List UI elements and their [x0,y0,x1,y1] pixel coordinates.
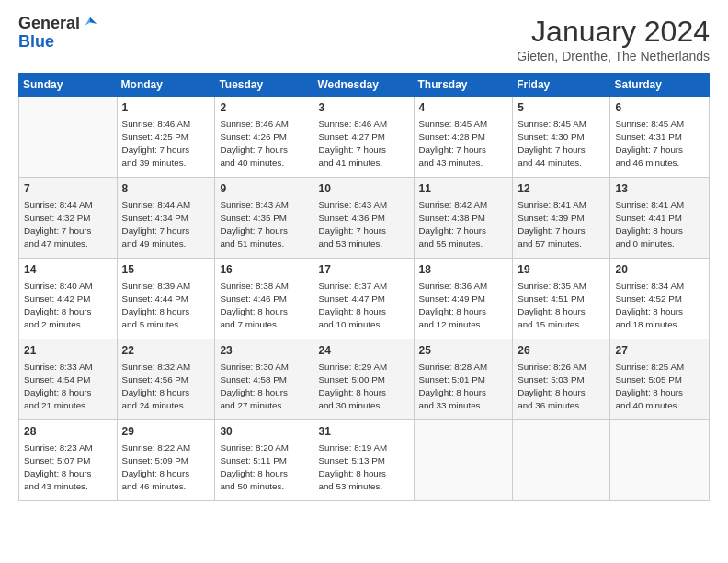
day-cell: 25Sunrise: 8:28 AMSunset: 5:01 PMDayligh… [414,339,513,420]
day-number: 6 [615,100,704,116]
day-cell: 1Sunrise: 8:46 AMSunset: 4:25 PMDaylight… [117,97,215,178]
day-info: Sunrise: 8:25 AMSunset: 5:05 PMDaylight:… [615,361,704,413]
day-cell [610,420,710,501]
day-number: 30 [220,424,308,440]
day-cell: 2Sunrise: 8:46 AMSunset: 4:26 PMDaylight… [215,97,313,178]
day-cell [414,420,513,501]
day-cell: 12Sunrise: 8:41 AMSunset: 4:39 PMDayligh… [513,178,610,259]
day-number: 4 [419,100,508,116]
day-number: 23 [220,343,308,359]
title-block: January 2024 Gieten, Drenthe, The Nether… [517,15,710,63]
day-info: Sunrise: 8:46 AMSunset: 4:27 PMDaylight:… [318,118,408,170]
day-cell: 27Sunrise: 8:25 AMSunset: 5:05 PMDayligh… [610,339,710,420]
day-number: 13 [615,181,704,197]
day-info: Sunrise: 8:23 AMSunset: 5:07 PMDaylight:… [24,442,112,494]
day-number: 18 [419,262,508,278]
day-number: 11 [419,181,508,197]
week-row-5: 28Sunrise: 8:23 AMSunset: 5:07 PMDayligh… [19,420,710,501]
day-cell: 28Sunrise: 8:23 AMSunset: 5:07 PMDayligh… [19,420,118,501]
day-info: Sunrise: 8:39 AMSunset: 4:44 PMDaylight:… [122,280,210,332]
day-cell: 26Sunrise: 8:26 AMSunset: 5:03 PMDayligh… [513,339,610,420]
day-info: Sunrise: 8:46 AMSunset: 4:25 PMDaylight:… [122,118,210,170]
day-cell: 15Sunrise: 8:39 AMSunset: 4:44 PMDayligh… [117,259,215,339]
day-cell: 29Sunrise: 8:22 AMSunset: 5:09 PMDayligh… [117,420,215,501]
day-info: Sunrise: 8:22 AMSunset: 5:09 PMDaylight:… [122,442,210,494]
day-cell [513,420,610,501]
calendar: SundayMondayTuesdayWednesdayThursdayFrid… [18,73,710,501]
day-number: 31 [318,424,408,440]
day-cell: 21Sunrise: 8:33 AMSunset: 4:54 PMDayligh… [19,339,118,420]
day-number: 17 [318,262,408,278]
day-cell [19,97,118,178]
day-cell: 14Sunrise: 8:40 AMSunset: 4:42 PMDayligh… [19,259,118,339]
day-cell: 24Sunrise: 8:29 AMSunset: 5:00 PMDayligh… [313,339,414,420]
day-info: Sunrise: 8:42 AMSunset: 4:38 PMDaylight:… [419,199,508,251]
day-info: Sunrise: 8:41 AMSunset: 4:39 PMDaylight:… [518,199,605,251]
day-cell: 30Sunrise: 8:20 AMSunset: 5:11 PMDayligh… [215,420,313,501]
logo-general: General [18,15,80,33]
day-info: Sunrise: 8:35 AMSunset: 4:51 PMDaylight:… [518,280,605,332]
day-info: Sunrise: 8:46 AMSunset: 4:26 PMDaylight:… [220,118,308,170]
day-number: 7 [24,181,112,197]
day-info: Sunrise: 8:38 AMSunset: 4:46 PMDaylight:… [220,280,308,332]
day-cell: 11Sunrise: 8:42 AMSunset: 4:38 PMDayligh… [414,178,513,259]
day-cell: 13Sunrise: 8:41 AMSunset: 4:41 PMDayligh… [610,178,710,259]
day-info: Sunrise: 8:44 AMSunset: 4:32 PMDaylight:… [24,199,112,251]
day-info: Sunrise: 8:45 AMSunset: 4:31 PMDaylight:… [615,118,704,170]
day-cell: 23Sunrise: 8:30 AMSunset: 4:58 PMDayligh… [215,339,313,420]
day-number: 24 [318,343,408,359]
day-header-wednesday: Wednesday [313,74,414,97]
day-number: 22 [122,343,210,359]
day-cell: 31Sunrise: 8:19 AMSunset: 5:13 PMDayligh… [313,420,414,501]
day-number: 29 [122,424,210,440]
week-row-3: 14Sunrise: 8:40 AMSunset: 4:42 PMDayligh… [19,259,710,339]
day-cell: 9Sunrise: 8:43 AMSunset: 4:35 PMDaylight… [215,178,313,259]
day-cell: 3Sunrise: 8:46 AMSunset: 4:27 PMDaylight… [313,97,414,178]
day-info: Sunrise: 8:43 AMSunset: 4:35 PMDaylight:… [220,199,308,251]
day-info: Sunrise: 8:28 AMSunset: 5:01 PMDaylight:… [419,361,508,413]
logo-icon [82,16,98,32]
day-info: Sunrise: 8:20 AMSunset: 5:11 PMDaylight:… [220,442,308,494]
day-header-saturday: Saturday [610,74,710,97]
page: General Blue January 2024 Gieten, Drenth… [0,0,728,511]
week-row-1: 1Sunrise: 8:46 AMSunset: 4:25 PMDaylight… [19,97,710,178]
week-row-2: 7Sunrise: 8:44 AMSunset: 4:32 PMDaylight… [19,178,710,259]
day-cell: 19Sunrise: 8:35 AMSunset: 4:51 PMDayligh… [513,259,610,339]
day-number: 10 [318,181,408,197]
day-number: 20 [615,262,704,278]
day-info: Sunrise: 8:45 AMSunset: 4:28 PMDaylight:… [419,118,508,170]
day-info: Sunrise: 8:29 AMSunset: 5:00 PMDaylight:… [318,361,408,413]
day-info: Sunrise: 8:44 AMSunset: 4:34 PMDaylight:… [122,199,210,251]
logo: General Blue [18,15,98,52]
location: Gieten, Drenthe, The Netherlands [517,49,710,63]
day-info: Sunrise: 8:43 AMSunset: 4:36 PMDaylight:… [318,199,408,251]
day-number: 8 [122,181,210,197]
day-header-monday: Monday [117,74,215,97]
day-cell: 22Sunrise: 8:32 AMSunset: 4:56 PMDayligh… [117,339,215,420]
day-header-friday: Friday [513,74,610,97]
day-info: Sunrise: 8:41 AMSunset: 4:41 PMDaylight:… [615,199,704,251]
day-cell: 7Sunrise: 8:44 AMSunset: 4:32 PMDaylight… [19,178,118,259]
day-number: 16 [220,262,308,278]
header-row: SundayMondayTuesdayWednesdayThursdayFrid… [19,74,710,97]
day-info: Sunrise: 8:26 AMSunset: 5:03 PMDaylight:… [518,361,605,413]
day-number: 27 [615,343,704,359]
day-number: 1 [122,100,210,116]
day-number: 25 [419,343,508,359]
day-info: Sunrise: 8:32 AMSunset: 4:56 PMDaylight:… [122,361,210,413]
day-info: Sunrise: 8:33 AMSunset: 4:54 PMDaylight:… [24,361,112,413]
day-number: 28 [24,424,112,440]
day-cell: 4Sunrise: 8:45 AMSunset: 4:28 PMDaylight… [414,97,513,178]
day-cell: 18Sunrise: 8:36 AMSunset: 4:49 PMDayligh… [414,259,513,339]
day-info: Sunrise: 8:37 AMSunset: 4:47 PMDaylight:… [318,280,408,332]
day-header-thursday: Thursday [414,74,513,97]
day-number: 21 [24,343,112,359]
day-cell: 8Sunrise: 8:44 AMSunset: 4:34 PMDaylight… [117,178,215,259]
day-info: Sunrise: 8:36 AMSunset: 4:49 PMDaylight:… [419,280,508,332]
day-number: 9 [220,181,308,197]
month-title: January 2024 [517,15,710,49]
day-header-tuesday: Tuesday [215,74,313,97]
day-number: 26 [518,343,605,359]
day-info: Sunrise: 8:30 AMSunset: 4:58 PMDaylight:… [220,361,308,413]
day-info: Sunrise: 8:34 AMSunset: 4:52 PMDaylight:… [615,280,704,332]
